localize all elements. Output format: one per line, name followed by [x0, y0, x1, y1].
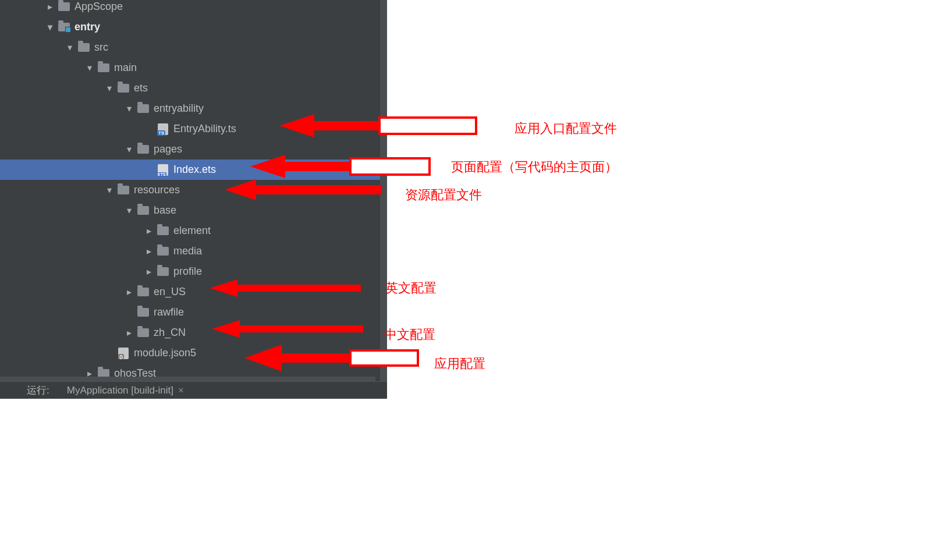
tree-item-label: Index.ets: [173, 164, 216, 176]
annotation-arrow-icon: [210, 279, 361, 297]
tree-item-label: profile: [173, 265, 202, 278]
tree-item-label: src: [94, 41, 108, 54]
svg-rect-3: [352, 160, 428, 173]
folder-icon: [97, 62, 111, 74]
tree-row-profile[interactable]: profile: [0, 261, 387, 282]
chevron-right-icon[interactable]: [122, 327, 136, 338]
tree-item-label: entryability: [154, 102, 204, 115]
tree-item-label: EntryAbility.ts: [173, 123, 236, 135]
tree-row-media[interactable]: media: [0, 241, 387, 261]
tree-item-label: element: [173, 225, 211, 237]
annotation-arrow-icon: [279, 114, 477, 137]
tree-item-label: main: [114, 62, 137, 74]
json-file-icon: [116, 348, 130, 359]
tree-item-label: entry: [74, 21, 100, 33]
tree-item-label: pages: [154, 143, 182, 155]
svg-marker-5: [210, 279, 361, 297]
chevron-right-icon[interactable]: [142, 225, 156, 236]
svg-marker-6: [212, 320, 363, 338]
tree-row-main[interactable]: main: [0, 58, 387, 78]
svg-rect-8: [352, 352, 417, 364]
chevron-right-icon[interactable]: [142, 246, 156, 257]
annotation-arrow-icon: [250, 155, 431, 178]
folder-icon: [116, 83, 130, 94]
annotation-arrow-icon: [225, 179, 382, 200]
tree-row-base[interactable]: base: [0, 200, 387, 221]
tree-item-label: zh_CN: [154, 327, 186, 339]
annotation-text: 资源配置文件: [405, 186, 482, 204]
annotation-text: 应用配置: [434, 355, 485, 373]
folder-icon: [77, 42, 91, 54]
folder-icon: [136, 144, 150, 155]
folder-icon: [136, 286, 150, 298]
tree-row-src[interactable]: src: [0, 37, 387, 58]
annotation-text: 中文配置: [384, 326, 435, 343]
annotation-text: 英文配置: [385, 279, 437, 297]
chevron-right-icon[interactable]: [43, 1, 57, 12]
folder-icon: [156, 225, 170, 237]
svg-rect-1: [381, 119, 475, 133]
chevron-down-icon[interactable]: [122, 144, 136, 155]
folder-icon: [136, 103, 150, 115]
svg-marker-4: [225, 179, 382, 200]
annotation-text: 页面配置（写代码的主页面）: [451, 158, 618, 176]
folder-icon: [57, 1, 71, 13]
close-icon[interactable]: ×: [178, 385, 184, 396]
annotation-arrow-icon: [244, 345, 419, 371]
tree-row-element[interactable]: element: [0, 221, 387, 241]
folder-icon: [136, 327, 150, 339]
ts-file-icon: [156, 123, 170, 135]
chevron-right-icon[interactable]: [142, 266, 156, 277]
chevron-down-icon[interactable]: [83, 62, 97, 73]
chevron-down-icon[interactable]: [122, 205, 136, 216]
tree-item-label: base: [154, 204, 176, 217]
folder-icon: [156, 266, 170, 278]
chevron-down-icon[interactable]: [102, 83, 116, 94]
chevron-down-icon[interactable]: [63, 42, 77, 53]
tree-item-label: rawfile: [154, 306, 184, 318]
tree-item-label: module.json5: [134, 347, 196, 359]
run-toolbar[interactable]: 运行: MyApplication [build-init] ×: [0, 381, 387, 399]
chevron-down-icon[interactable]: [43, 22, 57, 33]
tree-row-ets[interactable]: ets: [0, 78, 387, 98]
tree-row-appscope[interactable]: AppScope: [0, 0, 387, 17]
folder-icon: [136, 205, 150, 217]
chevron-down-icon[interactable]: [102, 185, 116, 196]
tree-row-entry[interactable]: entry: [0, 17, 387, 37]
annotation-arrow-icon: [212, 320, 363, 338]
tree-row-rawfile[interactable]: rawfile: [0, 302, 387, 322]
chevron-right-icon[interactable]: [122, 286, 136, 297]
module-folder-icon: [57, 22, 71, 33]
tree-item-label: resources: [134, 184, 180, 196]
folder-icon: [156, 246, 170, 257]
tree-item-label: en_US: [154, 286, 186, 298]
run-config-name: MyApplication [build-init]: [67, 385, 173, 396]
horizontal-scrollbar[interactable]: [0, 377, 375, 381]
chevron-down-icon[interactable]: [122, 103, 136, 114]
annotation-text: 应用入口配置文件: [515, 120, 617, 137]
tree-item-label: ets: [134, 82, 148, 94]
run-label: 运行:: [27, 384, 49, 397]
folder-icon: [116, 185, 130, 196]
folder-icon: [136, 307, 150, 318]
tree-item-label: media: [173, 245, 202, 257]
ets-file-icon: [156, 164, 170, 176]
tree-item-label: AppScope: [74, 1, 123, 13]
